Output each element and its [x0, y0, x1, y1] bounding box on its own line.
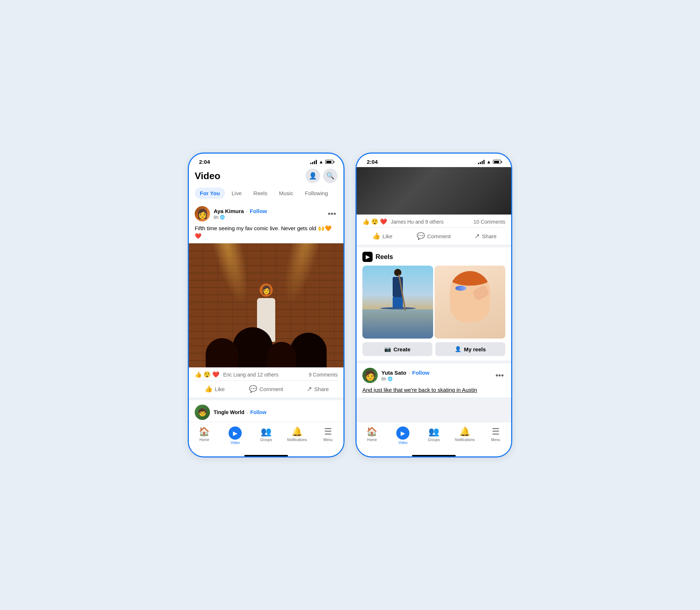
status-bar-left: 2:04 ▲ — [189, 154, 343, 167]
comedy-show-image: 👩 — [189, 243, 343, 367]
groups-label-left: Groups — [260, 438, 272, 442]
tab-following[interactable]: Following — [300, 188, 333, 199]
tab-bar-left: For You Live Reels Music Following — [189, 186, 343, 202]
comment-icon-top: 💬 — [417, 232, 425, 240]
tab-reels[interactable]: Reels — [248, 188, 272, 199]
home-icon-left: 🏠 — [199, 426, 210, 437]
home-label-right: Home — [367, 438, 377, 442]
wifi-icon-right: ▲ — [486, 159, 491, 165]
nav-groups-right[interactable]: 👥 Groups — [419, 425, 450, 446]
app-header-left: Video 👤 🔍 — [189, 167, 343, 186]
reactions-row-1: 👍 😲 ❤️ Eric Liang and 12 others 9 Commen… — [189, 367, 343, 380]
reel-makeup-image — [435, 266, 505, 339]
reactions-count-top: James Hu and 9 others — [391, 219, 444, 225]
reactions-left-1: 👍 😲 ❤️ Eric Liang and 12 others — [195, 371, 279, 378]
like-icon-top: 👍 — [372, 232, 380, 240]
action-buttons-1: 👍 Like 💬 Comment ↗ Share — [189, 381, 343, 397]
home-icon-right: 🏠 — [366, 426, 377, 437]
comment-btn-1[interactable]: 💬 Comment — [240, 382, 292, 396]
nav-notifications-left[interactable]: 🔔 Notifications — [281, 425, 312, 446]
groups-label-right: Groups — [428, 438, 440, 442]
signal-icon — [310, 160, 317, 164]
like-icon-1: 👍 — [205, 385, 213, 393]
comments-count-top: 10 Comments — [474, 219, 505, 225]
wifi-icon: ▲ — [319, 159, 323, 165]
follow-button-1[interactable]: Follow — [250, 208, 267, 214]
nav-video-left[interactable]: ▶ Video — [220, 425, 251, 446]
nav-menu-left[interactable]: ☰ Menu — [312, 425, 343, 446]
groups-icon-right: 👥 — [428, 426, 439, 437]
notifications-label-left: Notifications — [287, 438, 307, 442]
search-icon-btn[interactable]: 🔍 — [323, 169, 338, 183]
post-image-1: 👩 — [189, 243, 343, 367]
bell-icon-left: 🔔 — [292, 426, 303, 437]
bottom-nav-right: 🏠 Home ▶ Video 👥 Groups 🔔 Notifications … — [357, 422, 511, 453]
post-meta-1: Aya Kimura · Follow 8h 🌐 — [214, 208, 323, 220]
like-reaction-top: 👍 — [362, 218, 370, 225]
phone-right: 2:04 ▲ — [355, 152, 512, 458]
post-author-row-2: Yuta Sato · Follow — [381, 370, 490, 376]
post-time-1: 8h 🌐 — [214, 215, 323, 220]
post-header-2: Yuta Sato · Follow 8h 🌐 ••• — [357, 363, 511, 386]
post-card-2: Yuta Sato · Follow 8h 🌐 ••• And just lik… — [357, 363, 511, 397]
search-icon: 🔍 — [326, 172, 334, 180]
post-author-2: Yuta Sato — [381, 370, 406, 376]
notifications-label-right: Notifications — [455, 438, 475, 442]
person-circle-icon: 👤 — [455, 346, 462, 352]
heart-reaction-top: ❤️ — [380, 218, 387, 225]
create-reel-btn[interactable]: 📷 Create — [362, 342, 432, 356]
status-icons-left: ▲ — [310, 159, 333, 165]
reels-grid — [357, 266, 511, 339]
share-icon-top: ↗ — [474, 232, 480, 240]
share-icon-1: ↗ — [307, 385, 312, 393]
follow-button-next[interactable]: Follow — [250, 409, 266, 415]
more-button-2[interactable]: ••• — [494, 369, 505, 382]
nav-home-left[interactable]: 🏠 Home — [189, 425, 220, 446]
share-btn-1[interactable]: ↗ Share — [292, 382, 343, 396]
home-indicator-right — [412, 455, 456, 456]
post-header-1: Aya Kimura · Follow 8h 🌐 ••• — [189, 202, 343, 224]
reel-thumb-1[interactable] — [362, 266, 433, 339]
menu-icon-left: ☰ — [324, 426, 332, 437]
nav-video-right[interactable]: ▶ Video — [388, 425, 419, 446]
my-reels-btn[interactable]: 👤 My reels — [435, 342, 505, 356]
like-btn-1[interactable]: 👍 Like — [189, 382, 240, 396]
tab-music[interactable]: Music — [274, 188, 298, 199]
more-button-1[interactable]: ••• — [326, 208, 338, 220]
heart-reaction-1: ❤️ — [212, 371, 219, 378]
menu-label-left: Menu — [323, 438, 332, 442]
bottom-nav-left: 🏠 Home ▶ Video 👥 Groups 🔔 Notifications … — [189, 422, 343, 453]
signal-icon-right — [478, 160, 485, 164]
battery-icon — [325, 160, 333, 164]
post-author-row-1: Aya Kimura · Follow — [214, 208, 323, 214]
header-icons-left: 👤 🔍 — [306, 169, 338, 183]
reactions-left-top: 👍 😲 ❤️ James Hu and 9 others — [362, 218, 444, 225]
follow-button-2[interactable]: Follow — [412, 370, 430, 376]
like-btn-top[interactable]: 👍 Like — [357, 229, 408, 243]
tab-for-you[interactable]: For You — [195, 188, 225, 199]
share-btn-top[interactable]: ↗ Share — [460, 229, 511, 243]
tab-live[interactable]: Live — [226, 188, 247, 199]
avatar-yuta[interactable] — [362, 368, 378, 383]
reel-thumb-2[interactable] — [435, 266, 505, 339]
nav-groups-left[interactable]: 👥 Groups — [251, 425, 282, 446]
video-label-right: Video — [398, 441, 407, 445]
status-bar-right: 2:04 ▲ — [357, 154, 511, 167]
phone-left: 2:04 ▲ Video 👤 — [188, 152, 345, 458]
nav-menu-right[interactable]: ☰ Menu — [480, 425, 511, 446]
video-active-icon-right: ▶ — [396, 426, 409, 440]
home-label-left: Home — [199, 438, 209, 442]
nav-notifications-right[interactable]: 🔔 Notifications — [449, 425, 480, 446]
reel-paddle-image — [362, 266, 433, 339]
status-icons-right: ▲ — [478, 159, 501, 165]
post-meta-2: Yuta Sato · Follow 8h 🌐 — [381, 370, 490, 382]
wow-reaction-1: 😲 — [203, 371, 211, 378]
avatar-aya[interactable] — [195, 206, 210, 221]
video-active-icon-left: ▶ — [229, 426, 242, 440]
comment-btn-top[interactable]: 💬 Comment — [408, 229, 459, 243]
nav-home-right[interactable]: 🏠 Home — [357, 425, 388, 446]
menu-icon-right: ☰ — [492, 426, 500, 437]
next-post-author: Tingle World — [214, 409, 244, 415]
profile-icon-btn[interactable]: 👤 — [306, 169, 320, 183]
home-indicator-left — [244, 455, 288, 456]
